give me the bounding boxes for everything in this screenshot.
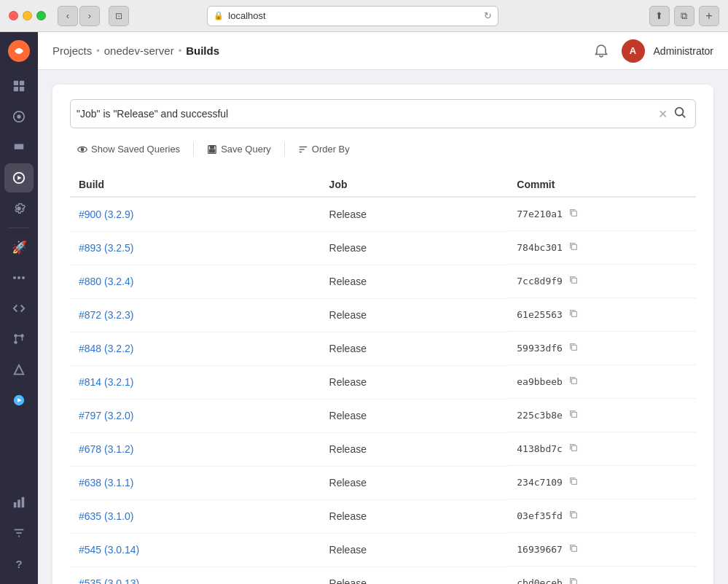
sidebar-item-settings[interactable] (4, 194, 34, 223)
sidebar-item-code[interactable] (4, 294, 34, 323)
builds-card: "Job" is "Release" and successful ✕ Show… (52, 85, 713, 584)
svg-point-11 (22, 276, 25, 279)
svg-rect-3 (14, 87, 18, 91)
sidebar-item-issues[interactable] (4, 102, 34, 131)
sidebar-item-help[interactable]: ? (4, 549, 34, 578)
copy-commit-button[interactable] (567, 240, 580, 255)
commit-cell: 77e210a1 (508, 198, 696, 231)
sidebar-item-builds[interactable] (4, 163, 34, 192)
save-query-button[interactable]: Save Query (200, 140, 278, 158)
builds-table: Build Job Commit #900 (3.2.9)Release77e2… (70, 173, 696, 584)
sidebar-item-stats[interactable] (4, 488, 34, 517)
build-cell: #678 (3.1.2) (70, 432, 321, 466)
build-cell: #635 (3.1.0) (70, 499, 321, 533)
svg-rect-43 (571, 513, 576, 518)
sidebar-item-rocket[interactable]: 🚀 (4, 233, 34, 262)
col-header-build: Build (70, 173, 321, 197)
search-button[interactable] (670, 104, 689, 124)
sidebar-item-activebuilds[interactable] (4, 386, 34, 415)
copy-commit-button[interactable] (567, 441, 580, 456)
forward-button[interactable]: › (79, 6, 100, 26)
url-text: localhost (228, 10, 265, 21)
tab-manage-button[interactable]: ⧉ (674, 6, 694, 26)
app-body: 🚀 ? Proje (0, 32, 728, 584)
toolbar-sep-1 (193, 142, 194, 157)
svg-rect-1 (14, 81, 18, 85)
copy-commit-button[interactable] (567, 575, 580, 584)
sidebar-item-deploy[interactable] (4, 355, 34, 384)
admin-label[interactable]: Administrator (654, 45, 713, 57)
notifications-button[interactable] (590, 39, 613, 63)
copy-commit-button[interactable] (567, 307, 580, 322)
reload-button[interactable]: ↻ (484, 10, 492, 21)
commit-cell: 4138bd7c (508, 432, 696, 466)
build-link[interactable]: #638 (3.1.1) (79, 477, 134, 488)
build-link[interactable]: #900 (3.2.9) (79, 209, 134, 220)
commit-hash: 61e25563 (517, 309, 563, 320)
copy-commit-button[interactable] (567, 374, 580, 389)
table-row: #872 (3.2.3)Release61e25563 (70, 298, 696, 332)
copy-commit-button[interactable] (567, 340, 580, 356)
copy-commit-button[interactable] (567, 542, 580, 557)
commit-cell: 59933df6 (508, 332, 696, 365)
breadcrumb-project[interactable]: onedev-server (104, 44, 174, 57)
sidebar-toggle-button[interactable]: ⊡ (109, 6, 129, 26)
job-cell: Release (321, 332, 509, 365)
sidebar-item-more[interactable] (4, 263, 34, 292)
svg-point-9 (13, 276, 16, 279)
svg-rect-35 (571, 244, 576, 249)
close-button[interactable] (9, 11, 18, 20)
sort-icon (298, 144, 308, 155)
table-row: #678 (3.1.2)Release4138bd7c (70, 432, 696, 466)
back-button[interactable]: ‹ (58, 6, 78, 26)
order-by-button[interactable]: Order By (291, 140, 357, 158)
share-button[interactable]: ⬆ (649, 6, 670, 26)
build-cell: #900 (3.2.9) (70, 197, 321, 231)
col-header-commit: Commit (508, 173, 696, 197)
build-link[interactable]: #893 (3.2.5) (79, 242, 134, 254)
build-link[interactable]: #635 (3.1.0) (79, 510, 134, 522)
fullscreen-button[interactable] (36, 11, 46, 20)
build-cell: #535 (3.0.13) (70, 567, 321, 584)
build-link[interactable]: #848 (3.2.2) (79, 343, 134, 354)
sidebar-item-dashboard[interactable] (4, 71, 34, 101)
new-tab-button[interactable]: + (699, 6, 719, 26)
commit-cell: 234c7109 (508, 466, 696, 499)
build-link[interactable]: #545 (3.0.14) (79, 544, 139, 556)
svg-rect-34 (571, 211, 576, 216)
svg-point-10 (17, 276, 20, 279)
build-link[interactable]: #535 (3.0.13) (79, 577, 139, 584)
clear-search-button[interactable]: ✕ (655, 106, 670, 122)
copy-commit-button[interactable] (567, 273, 580, 289)
svg-rect-37 (571, 311, 576, 316)
build-link[interactable]: #880 (3.2.4) (79, 276, 134, 287)
copy-commit-button[interactable] (567, 508, 580, 523)
job-cell: Release (321, 567, 509, 584)
sidebar-item-filter[interactable] (4, 518, 34, 548)
breadcrumb-projects[interactable]: Projects (52, 44, 92, 57)
build-cell: #872 (3.2.3) (70, 298, 321, 332)
app-logo[interactable] (6, 38, 32, 64)
sidebar-item-pullrequest[interactable] (4, 324, 34, 354)
copy-commit-button[interactable] (567, 206, 580, 222)
job-cell: Release (321, 399, 509, 432)
copy-commit-button[interactable] (567, 408, 580, 423)
build-link[interactable]: #678 (3.1.2) (79, 443, 134, 455)
avatar[interactable]: A (622, 39, 645, 63)
commit-hash: 225c3b8e (517, 410, 563, 421)
minimize-button[interactable] (23, 11, 32, 20)
sidebar-item-milestones[interactable] (4, 133, 34, 162)
commit-hash: ea9bbeeb (517, 376, 563, 387)
build-link[interactable]: #872 (3.2.3) (79, 309, 134, 321)
svg-point-6 (17, 114, 20, 118)
nav-buttons: ‹ › (58, 6, 100, 26)
search-input[interactable]: "Job" is "Release" and successful (77, 108, 655, 120)
svg-point-14 (14, 340, 17, 344)
commit-hash: 03ef35fd (517, 510, 563, 521)
show-saved-queries-button[interactable]: Show Saved Queries (70, 140, 187, 158)
copy-commit-button[interactable] (567, 475, 580, 490)
table-row: #814 (3.2.1)Releaseea9bbeeb (70, 365, 696, 399)
build-link[interactable]: #797 (3.2.0) (79, 410, 134, 421)
build-link[interactable]: #814 (3.2.1) (79, 376, 134, 388)
url-bar[interactable]: 🔒 localhost ↻ (207, 6, 498, 26)
